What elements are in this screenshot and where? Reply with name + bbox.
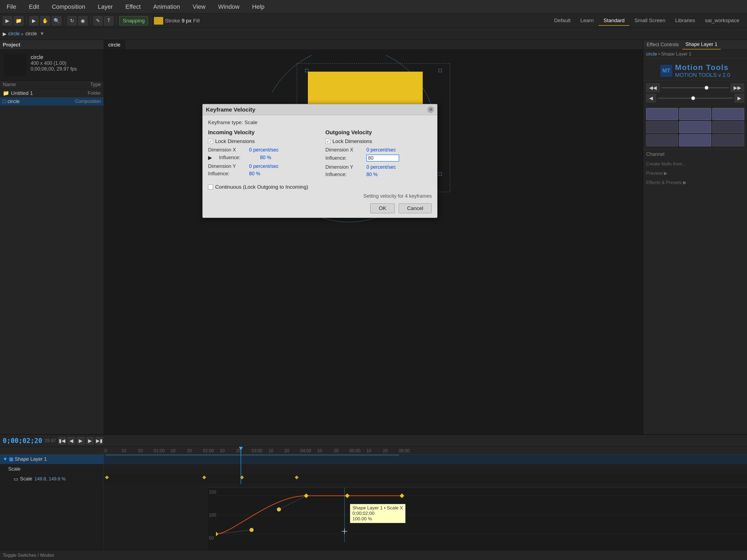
tl-mark-200: 02:00: [203, 447, 214, 454]
comp-tab-circle[interactable]: circle: [104, 40, 125, 50]
tl-row-scale[interactable]: ▭ Scale 149.8, 149.8 %: [0, 474, 104, 484]
tl-step-back[interactable]: ◀: [68, 437, 75, 444]
mt-grid-btn-6[interactable]: [712, 121, 744, 133]
fill-color[interactable]: [154, 17, 163, 25]
open-btn[interactable]: 📁: [14, 16, 24, 25]
mt-row1: ◀◀ ▶▶: [646, 83, 744, 92]
mt-logo-icon: MT: [660, 65, 672, 77]
menu-file[interactable]: File: [4, 2, 18, 11]
menu-effect[interactable]: Effect: [123, 2, 143, 11]
mt-effects-presets: Effects & Presets ▶: [643, 178, 747, 187]
tl-transport-controls: ▮◀ ◀ ▶ ▶ ▶▮: [58, 437, 103, 444]
svg-rect-13: [304, 493, 309, 498]
tl-step-fwd[interactable]: ▶: [86, 437, 94, 444]
tl-mark-210: 10: [220, 447, 225, 454]
mt-grid-btn-5[interactable]: [679, 121, 711, 133]
ws-libraries[interactable]: Libraries: [670, 16, 700, 26]
outgoing-dim-x-row: Dimension X 0 percent/sec: [325, 147, 432, 153]
toggle-switches-label[interactable]: Toggle Switches / Modes: [3, 553, 54, 558]
tl-scale-value: 149.8, 149.8 %: [34, 476, 66, 482]
ws-small-screen[interactable]: Small Screen: [629, 16, 670, 26]
menu-composition[interactable]: Composition: [50, 2, 87, 11]
mt-slider[interactable]: [662, 87, 729, 88]
snapping-toggle[interactable]: Snapping: [119, 16, 148, 25]
mt-grid-btn-2[interactable]: [679, 108, 711, 120]
mt-grid-btn-3[interactable]: [712, 108, 744, 120]
tl-row-shape-layer[interactable]: ▼ Shape Layer 1: [0, 455, 104, 464]
dialog-ok-btn[interactable]: OK: [370, 203, 394, 213]
incoming-lock-check[interactable]: [208, 139, 213, 144]
graph-y-100: 100: [209, 513, 216, 518]
sep4: [116, 17, 117, 25]
mt-grid-btn-8[interactable]: [679, 134, 711, 146]
dialog-columns: Incoming Velocity Lock Dimensions Dimens…: [208, 129, 432, 180]
comp-tab-bar: circle: [104, 40, 643, 50]
incoming-inf-x-value: 80 %: [260, 155, 271, 160]
menu-layer[interactable]: Layer: [96, 2, 115, 11]
ws-sai[interactable]: sai_workspace: [700, 16, 744, 26]
mt-channel-area: Channel: [643, 149, 747, 159]
ws-default[interactable]: Default: [549, 16, 575, 26]
text-tool[interactable]: T: [104, 16, 113, 25]
menu-window[interactable]: Window: [216, 2, 242, 11]
rt-tab-shape-layer[interactable]: Shape Layer 1: [682, 40, 721, 50]
mt-next-btn[interactable]: ▶▶: [730, 83, 744, 92]
outgoing-lock-row: Lock Dimensions: [325, 138, 432, 144]
track-playhead: [241, 455, 241, 484]
mt-grid-btn-7[interactable]: [646, 134, 678, 146]
continuous-check[interactable]: [208, 184, 213, 189]
mt-grid-btn-9[interactable]: [712, 134, 744, 146]
toolbar-row1: ▶ 📁 ▶ ✋ 🔍 ↻ ◉ ✎ T Snapping Stroke 9 px F…: [0, 14, 747, 28]
incoming-inf-x-row: ▶ Influence: 80 %: [208, 154, 314, 161]
mt-slider-thumb: [704, 85, 709, 90]
comp-path-icon: ▶: [3, 31, 6, 37]
handle-tr: [439, 69, 442, 72]
mt-title-block: Motion Tools MOTION TOOLS v 2.0: [675, 63, 730, 78]
mt-prev-btn[interactable]: ◀◀: [646, 83, 660, 92]
outgoing-inf-y-row: Influence: 80 %: [325, 172, 432, 177]
comp-breadcrumb[interactable]: circle: [8, 31, 20, 36]
tl-play[interactable]: ▶: [77, 437, 84, 444]
tl-layer-name: Shape Layer 1: [15, 456, 47, 462]
mt-next2-btn[interactable]: ▶: [735, 94, 744, 103]
rt-tab-effect-controls[interactable]: Effect Controls: [643, 40, 682, 50]
tl-mark-420: 20: [334, 447, 338, 454]
rotate-tool[interactable]: ↻: [67, 16, 77, 25]
menu-help[interactable]: Help: [250, 2, 266, 11]
project-row-circle[interactable]: □ circle Composition: [0, 97, 104, 105]
pen-tool[interactable]: ✎: [93, 16, 103, 25]
tl-mark-110: 10: [171, 447, 176, 454]
select-tool[interactable]: ▶: [29, 16, 38, 25]
tl-ruler-marks: 0 10 20 01:00 10 20 02:00 10 20 03:00 10…: [104, 447, 747, 454]
keyframe-velocity-dialog[interactable]: Keyframe Velocity ✕ Keyframe type: Scale…: [202, 104, 437, 218]
tl-go-end[interactable]: ▶▮: [96, 437, 103, 444]
dialog-titlebar: Keyframe Velocity ✕: [203, 104, 437, 115]
incoming-dim-x-row: Dimension X 0 percent/sec: [208, 147, 314, 153]
dialog-cancel-btn[interactable]: Cancel: [398, 203, 432, 213]
tl-go-start[interactable]: ▮◀: [58, 437, 66, 444]
outgoing-lock-check[interactable]: [325, 139, 330, 144]
tl-row-transform[interactable]: Scale: [0, 464, 104, 474]
ws-learn[interactable]: Learn: [575, 16, 599, 26]
mt-slider2[interactable]: [658, 98, 733, 99]
tl-mark-300: 03:00: [252, 447, 262, 454]
camera-tool[interactable]: ◉: [78, 16, 87, 25]
new-project-btn[interactable]: ▶: [3, 16, 12, 25]
rp-layer: Shape Layer 1: [661, 51, 692, 57]
project-row-untitled[interactable]: 📁 Untitled 1 Folder: [0, 89, 104, 97]
continuous-label: Continuous (Lock Outgoing to Incoming): [215, 184, 308, 190]
dialog-close-btn[interactable]: ✕: [428, 106, 434, 113]
mt-prev2-btn[interactable]: ◀: [646, 94, 656, 103]
outgoing-inf-x-input[interactable]: [366, 154, 399, 161]
menu-animation[interactable]: Animation: [151, 2, 182, 11]
zoom-tool[interactable]: 🔍: [52, 16, 61, 25]
tl-mark-310: 10: [268, 447, 274, 454]
hand-tool[interactable]: ✋: [40, 16, 50, 25]
mt-grid-btn-4[interactable]: [646, 121, 678, 133]
menu-view[interactable]: View: [190, 2, 208, 11]
menu-edit[interactable]: Edit: [27, 2, 41, 11]
incoming-title: Incoming Velocity: [208, 129, 314, 136]
ws-standard[interactable]: Standard: [598, 16, 629, 26]
mt-grid-btn-1[interactable]: [646, 108, 678, 120]
dialog-title: Keyframe Velocity: [206, 106, 255, 113]
